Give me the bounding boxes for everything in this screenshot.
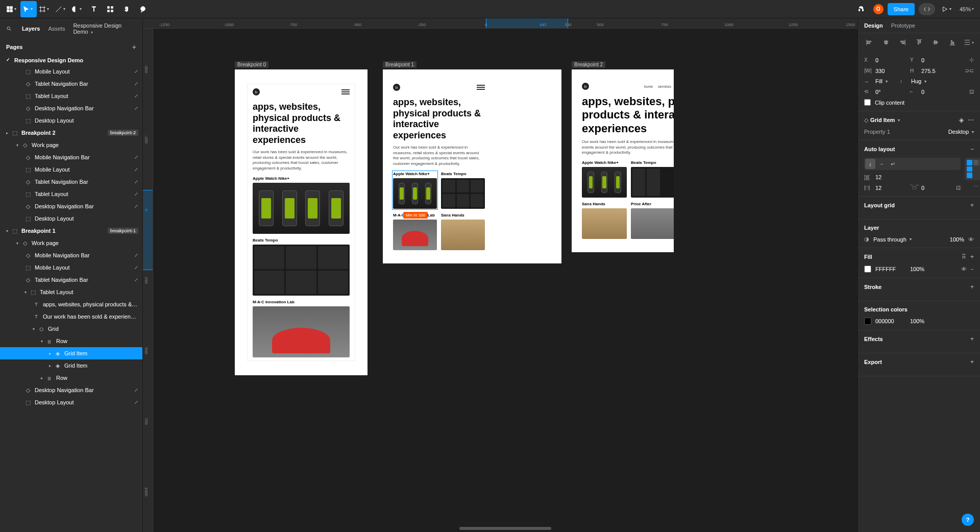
audio-button[interactable] [853, 1, 869, 17]
remove-fill-button[interactable]: − [971, 266, 974, 272]
horizontal-scrollbar[interactable] [459, 527, 551, 530]
fill-styles-button[interactable]: ⠿ [962, 253, 966, 260]
expand-icon[interactable]: ▸ [49, 351, 54, 356]
tab-design[interactable]: Design [864, 22, 883, 29]
align-hcenter-button[interactable] [881, 37, 891, 47]
frame-breakpoint-0[interactable]: Breakpoint 0 b apps, websites, physical … [235, 69, 368, 375]
padv-input[interactable] [921, 185, 952, 191]
layer-tablet-nav[interactable]: Tablet Navigation Bar⤢ [0, 176, 142, 188]
direction-vertical[interactable]: ↓ [865, 159, 875, 169]
padh-input[interactable] [875, 185, 906, 191]
help-button[interactable]: ? [962, 514, 974, 526]
w-input[interactable] [875, 68, 906, 74]
visibility-icon[interactable]: ⤢ [134, 265, 138, 270]
add-export-button[interactable]: + [970, 358, 974, 366]
add-effect-button[interactable]: + [970, 335, 974, 343]
file-name-dropdown[interactable]: Responsive Design Demo ▾ [73, 22, 136, 35]
opacity-input[interactable] [944, 236, 964, 243]
direction-horizontal[interactable]: → [876, 159, 887, 169]
layer-desktop-nav[interactable]: Desktop Navigation Bar⤢ [0, 384, 142, 396]
expand-icon[interactable]: ▾ [16, 143, 21, 148]
component-dropdown[interactable]: ◇ Grid Item ▾ [864, 117, 900, 124]
layer-desktop-nav[interactable]: Desktop Navigation Bar⤢ [0, 102, 142, 114]
layer-breakpoint-2[interactable]: ▸Breakpoint 2breakpoint-2 [0, 127, 142, 139]
layer-work-page[interactable]: ▾Work page [0, 237, 142, 249]
layer-tablet-layout[interactable]: Tablet Layout⤢ [0, 188, 142, 200]
align-bottom-button[interactable] [947, 37, 958, 47]
fill-swatch[interactable] [864, 265, 871, 273]
expand-icon[interactable]: ▸ [49, 364, 54, 368]
layer-mobile-layout[interactable]: Mobile Layout⤢ [0, 65, 142, 78]
main-menu-button[interactable]: ▾ [4, 1, 20, 17]
tab-assets[interactable]: Assets [48, 26, 65, 32]
blend-dropdown[interactable]: Pass through▾ [873, 236, 912, 243]
distribute-button[interactable]: ▾ [964, 37, 974, 47]
selcolor-opacity-input[interactable] [910, 318, 930, 324]
layer-desktop-layout[interactable]: Desktop Layout [0, 212, 142, 225]
expand-icon[interactable]: ▸ [41, 376, 46, 380]
fill-opacity-input[interactable] [910, 266, 930, 272]
expand-icon[interactable]: ▸ [6, 131, 11, 135]
pen-tool[interactable]: ▾ [53, 1, 69, 17]
layer-tablet-layout[interactable]: ▾Tablet Layout [0, 286, 142, 298]
frame-tool[interactable]: ▾ [37, 1, 53, 17]
layer-desktop-layout[interactable]: Desktop Layout [0, 114, 142, 127]
frame-breakpoint-1[interactable]: Breakpoint 1 b apps, websites, physical … [383, 69, 561, 263]
tab-prototype[interactable]: Prototype [891, 22, 915, 29]
constrain-button[interactable]: ⊃⊂ [965, 67, 974, 74]
hsizing-dropdown[interactable]: Fill▾ [875, 78, 888, 84]
swap-instance-button[interactable]: ◈ [959, 116, 964, 124]
hand-tool[interactable] [118, 1, 135, 17]
align-left-button[interactable] [864, 37, 874, 47]
color-swatch[interactable] [864, 318, 871, 325]
layer-breakpoint-1[interactable]: ▾Breakpoint 1breakpoint-1 [0, 225, 142, 237]
text-tool[interactable]: T [86, 1, 102, 17]
layer-text-heading[interactable]: apps, websites, physical products & inte… [0, 298, 142, 310]
layer-tablet-layout[interactable]: Tablet Layout⤢ [0, 90, 142, 102]
share-button[interactable]: Share [888, 3, 915, 15]
visibility-icon[interactable]: ⤢ [134, 155, 138, 160]
expand-icon[interactable]: ▾ [33, 327, 38, 331]
x-input[interactable] [875, 57, 906, 63]
remove-autolayout-button[interactable]: − [970, 146, 974, 153]
expand-icon[interactable]: ▾ [16, 241, 21, 246]
page-item[interactable]: Responsive Design Demo [0, 55, 142, 65]
layer-tablet-nav[interactable]: Tablet Navigation Bar⤢ [0, 274, 142, 286]
expand-icon[interactable]: ▾ [24, 290, 30, 295]
tab-layers[interactable]: Layers [22, 26, 40, 32]
clip-content-checkbox[interactable] [864, 99, 871, 106]
layer-text-body[interactable]: Our work has been sold & experienced in … [0, 310, 142, 323]
layer-row-node[interactable]: ▸Row [0, 372, 142, 384]
user-avatar[interactable]: O [873, 4, 884, 14]
selcolor-hex-input[interactable] [875, 318, 906, 324]
align-top-button[interactable] [914, 37, 924, 47]
visibility-icon[interactable]: ⤢ [134, 81, 138, 86]
pad-individual-button[interactable]: ⊡ [956, 184, 961, 191]
visibility-icon[interactable]: ⤢ [134, 167, 138, 172]
search-icon[interactable] [6, 26, 12, 32]
fill-visibility-button[interactable]: 👁 [961, 266, 967, 272]
canvas[interactable]: -1250 -1000 -750 -500 -250 0 247 330 500… [143, 18, 857, 532]
visibility-toggle[interactable]: 👁 [968, 236, 974, 243]
add-fill-button[interactable]: + [970, 253, 974, 260]
layer-grid[interactable]: ▾Grid [0, 323, 142, 335]
vsizing-dropdown[interactable]: Hug▾ [911, 78, 926, 84]
layer-desktop-nav[interactable]: Desktop Navigation Bar⤢ [0, 200, 142, 212]
visibility-icon[interactable]: ⤢ [134, 191, 138, 197]
layer-desktop-layout[interactable]: Desktop Layout⤢ [0, 396, 142, 408]
visibility-icon[interactable]: ⤢ [134, 253, 138, 258]
move-tool[interactable]: ▾ [20, 1, 37, 17]
add-stroke-button[interactable]: + [970, 283, 974, 291]
layer-mobile-layout[interactable]: Mobile Layout⤢ [0, 163, 142, 176]
fill-hex-input[interactable] [875, 266, 906, 272]
shape-tool[interactable]: ▾ [69, 1, 86, 17]
autolayout-more-button[interactable]: ⋯ [973, 183, 979, 190]
present-button[interactable]: ▾ [939, 1, 955, 17]
visibility-icon[interactable]: ⤢ [134, 388, 138, 393]
layer-row-node[interactable]: ▾Row [0, 335, 142, 347]
align-right-button[interactable] [897, 37, 908, 47]
add-page-button[interactable]: + [132, 43, 136, 51]
y-input[interactable] [921, 57, 952, 63]
visibility-icon[interactable]: ⤢ [134, 204, 138, 209]
visibility-icon[interactable]: ⤢ [134, 400, 138, 405]
